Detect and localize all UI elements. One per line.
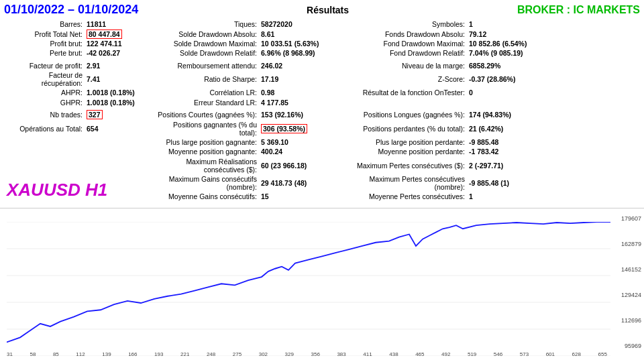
x-label-24: 655: [598, 351, 606, 357]
fond-drawdown-max-label: Fond Drawdown Maximal:: [346, 39, 467, 48]
symboles-value: 1: [467, 19, 640, 29]
niveau-marge-label: Niveau de la marge:: [346, 61, 467, 70]
tiques-label: Tiques:: [152, 19, 259, 29]
date-range: 01/10/2022 – 01/10/2024: [4, 3, 138, 17]
positions-perdantes-label: Positions perdantes (% du total):: [346, 119, 467, 137]
y-label-1: 179607: [621, 215, 641, 222]
correlation-lr-value: 0.98: [259, 88, 346, 97]
facteur-recuperation-value: 7.41: [85, 70, 152, 88]
niveau-marge-value: 6858.29%: [467, 61, 640, 70]
results-title: Résultats: [138, 5, 517, 15]
x-label-15: 411: [363, 351, 372, 357]
x-label-19: 519: [468, 351, 476, 357]
plus-large-gagnante-label: Plus large position gagnante:: [152, 137, 259, 147]
barres-label: Barres:: [4, 19, 85, 29]
y-label-2: 162879: [621, 241, 641, 247]
max-pertes-label: Maximum Pertes consécutives ($):: [346, 157, 467, 174]
ahpr-value: 1.0018 (0.18%): [85, 88, 152, 97]
moyenne-gagnante-value: 400.24: [259, 147, 346, 156]
solde-drawdown-absolu-value: 8.61: [259, 29, 346, 38]
x-label-7: 193: [154, 351, 163, 357]
x-label-3: 85: [53, 351, 59, 357]
x-label-21: 573: [520, 351, 529, 357]
positions-courtes-label: Positions Courtes (gagnées %):: [152, 110, 259, 119]
plus-large-perdante-value: -9 885.48: [467, 137, 640, 147]
y-label-4: 129424: [621, 292, 641, 298]
positions-courtes-value: 153 (92.16%): [259, 110, 346, 119]
y-label-5: 112696: [621, 317, 641, 324]
operations-total-label: Opérations au Total:: [4, 119, 85, 137]
moyenne-gains-label: Moyenne Gains consécutifs:: [152, 192, 259, 201]
chart-area: 179607 162879 146152 129424 112696 95969…: [0, 208, 644, 359]
moyenne-pertes-value: 1: [467, 192, 640, 201]
stats-table: Barres: 11811 Tiques: 58272020 Symboles:…: [4, 19, 640, 202]
symbol-label: XAUUSD H1: [7, 180, 107, 200]
profit-brut-label: Profit brut:: [4, 39, 85, 48]
operations-total-value: 654: [85, 119, 152, 137]
x-label-17: 465: [415, 351, 424, 357]
x-label-18: 492: [441, 351, 450, 357]
moyenne-gains-value: 15: [259, 192, 346, 201]
max-pertes-nb-value: -9 885.48 (1): [467, 174, 640, 192]
resultat-value: 0: [467, 88, 640, 97]
x-label-2: 58: [30, 351, 36, 357]
remboursement-label: Remboursement attendu:: [152, 61, 259, 70]
solde-drawdown-rel-value: 6.96% (8 968.99): [259, 48, 346, 58]
ghpr-label: GHPR:: [4, 98, 85, 107]
profit-total-value: 80 447.84: [85, 29, 152, 38]
max-real-label: Maximum Réalisations consécutives ($):: [152, 157, 259, 174]
x-label-5: 139: [102, 351, 111, 357]
plus-large-gagnante-value: 5 369.10: [259, 137, 346, 147]
x-label-22: 601: [546, 351, 555, 357]
positions-perdantes-value: 21 (6.42%): [467, 119, 640, 137]
profit-total-label: Profit Total Net:: [4, 29, 85, 38]
moyenne-perdante-value: -1 783.42: [467, 147, 640, 156]
fonds-drawdown-absolu-label: Fonds Drawdown Absolu:: [346, 29, 467, 38]
barres-value: 11811: [85, 19, 152, 29]
fond-drawdown-max-value: 10 852.86 (6.54%): [467, 39, 640, 48]
chart-x-labels: 31 58 85 112 139 166 193 221 248 275 302…: [7, 351, 607, 357]
positions-gagnantes-box: 306 (93.58%): [261, 124, 307, 133]
profit-brut-value: 122 474.11: [85, 39, 152, 48]
plus-large-perdante-label: Plus large position perdante:: [346, 137, 467, 147]
solde-drawdown-max-label: Solde Drawdown Maximal:: [152, 39, 259, 48]
max-pertes-value: 2 (-297.71): [467, 157, 640, 174]
zscore-label: Z-Score:: [346, 70, 467, 88]
remboursement-value: 246.02: [259, 61, 346, 70]
x-label-4: 112: [76, 351, 85, 357]
x-label-1: 31: [7, 351, 13, 357]
facteur-recuperation-label: Facteur de récupération:: [4, 70, 85, 88]
ratio-sharpe-value: 17.19: [259, 70, 346, 88]
x-label-6: 166: [128, 351, 137, 357]
zscore-value: -0.37 (28.86%): [467, 70, 640, 88]
facteur-profit-value: 2.91: [85, 61, 152, 70]
positions-gagnantes-label: Positions gagnantes (% du total):: [152, 119, 259, 137]
equity-chart: [7, 222, 610, 356]
fonds-drawdown-absolu-value: 79.12: [467, 29, 640, 38]
y-label-3: 146152: [621, 266, 641, 273]
max-real-value: 60 (23 966.18): [259, 157, 346, 174]
profit-total-box: 80 447.84: [87, 29, 122, 39]
ghpr-value: 1.0018 (0.18%): [85, 98, 152, 107]
nb-trades-label: Nb trades:: [4, 110, 85, 119]
chart-y-labels: 179607 162879 146152 129424 112696 95969: [607, 215, 644, 349]
x-label-13: 356: [311, 351, 320, 357]
positions-longues-value: 174 (94.83%): [467, 110, 640, 119]
ahpr-label: AHPR:: [4, 88, 85, 97]
max-gains-nb-value: 29 418.73 (48): [259, 174, 346, 192]
max-pertes-nb-label: Maximum Pertes consécutives (nombre):: [346, 174, 467, 192]
x-label-14: 383: [337, 351, 345, 357]
solde-drawdown-max-value: 10 033.51 (5.63%): [259, 39, 346, 48]
correlation-lr-label: Corrélation LR:: [152, 88, 259, 97]
moyenne-pertes-label: Moyenne Pertes consécutives:: [346, 192, 467, 201]
resultat-label: Résultat de la fonction OnTester:: [346, 88, 467, 97]
moyenne-gagnante-label: Moyenne position gagnante:: [152, 147, 259, 156]
erreur-standard-label: Erreur Standard LR:: [152, 98, 259, 107]
x-label-16: 438: [389, 351, 398, 357]
x-label-8: 221: [180, 351, 189, 357]
max-gains-nb-label: Maximum Gains consécutifs (nombre):: [152, 174, 259, 192]
x-label-20: 546: [494, 351, 502, 357]
fond-drawdown-rel-label: Fond Drawdown Relatif:: [346, 48, 467, 58]
ratio-sharpe-label: Ratio de Sharpe:: [152, 70, 259, 88]
x-label-12: 329: [285, 351, 294, 357]
